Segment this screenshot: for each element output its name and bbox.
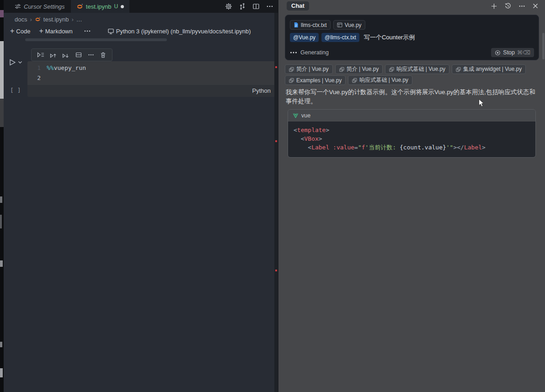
prompt-row: @Vue.py @llms-ctx.txt 写一个Counter示例 <box>290 33 534 42</box>
windows-copy-icon <box>289 78 294 83</box>
execute-cell-and-below-cells-icon[interactable] <box>62 52 69 58</box>
code-token: </ <box>457 144 464 151</box>
code-token: Label <box>464 144 482 151</box>
gear-icon[interactable] <box>225 3 232 10</box>
windows-copy-icon <box>289 67 294 72</box>
code-token: > <box>482 144 486 151</box>
reference-chip[interactable]: Examples | Vue.py <box>285 75 346 85</box>
stop-circle-icon <box>495 50 501 56</box>
tab-cursor-settings[interactable]: Cursor Settings <box>15 0 65 13</box>
unsaved-dot-icon <box>121 5 124 8</box>
notebook-horizontal-scrollbar[interactable] <box>25 38 167 41</box>
background-text-fragment <box>0 368 3 377</box>
reference-chip[interactable]: 响应式基础 | Vue.py <box>385 64 449 74</box>
code-token <box>329 144 333 151</box>
split-editor-icon[interactable] <box>252 3 260 10</box>
chat-scrollbar-thumb[interactable] <box>542 33 545 59</box>
background-text-fragment <box>0 196 2 203</box>
more-actions-icon[interactable] <box>266 3 273 10</box>
code-token: f <box>362 144 365 151</box>
add-markdown-cell-button[interactable]: + Markdown <box>39 27 72 35</box>
prompt-text: 写一个Counter示例 <box>364 33 415 42</box>
compare-changes-icon[interactable] <box>239 3 246 10</box>
more-actions-icon[interactable] <box>518 3 525 10</box>
reference-chip[interactable]: 简介 | Vue.py <box>285 64 333 74</box>
code-token: Label <box>311 144 329 151</box>
cell-hover-toolbar <box>31 48 112 61</box>
reference-chips: 简介 | Vue.py 简介 | Vue.py 响应式基础 | Vue.py <box>285 64 538 85</box>
background-text-fragment <box>0 215 2 228</box>
reference-label: 响应式基础 | Vue.py <box>359 76 408 84</box>
execute-cell-and-below-icon[interactable] <box>37 52 44 58</box>
kernel-picker[interactable]: Python 3 (ipykernel) (nb_llm/pyvue/docs/… <box>107 28 251 35</box>
tab-test-ipynb[interactable]: test.ipynb U <box>71 0 129 13</box>
background-text-fragment <box>0 342 2 347</box>
breadcrumb-folder[interactable]: docs <box>15 16 27 23</box>
new-chat-plus-icon[interactable] <box>491 3 497 10</box>
mention-pill[interactable]: @llms-ctx.txt <box>321 33 359 42</box>
stop-label: Stop <box>503 49 515 56</box>
reference-label: 简介 | Vue.py <box>347 65 379 73</box>
chat-panel-title[interactable]: Chat <box>287 1 309 11</box>
more-actions-icon[interactable] <box>84 27 91 35</box>
split-cell-icon[interactable] <box>75 52 82 58</box>
execute-above-cells-icon[interactable] <box>50 52 57 58</box>
attachment-chips: llms-ctx.txt Vue.py <box>290 20 534 30</box>
code-token: template <box>297 127 326 133</box>
more-actions-icon[interactable] <box>88 52 94 58</box>
code-token: :value <box>333 144 354 151</box>
delete-cell-icon[interactable] <box>100 52 107 58</box>
attachment-label: Vue.py <box>345 22 362 28</box>
chevron-down-icon[interactable] <box>18 61 22 64</box>
windows-copy-icon <box>339 67 344 72</box>
kernel-monitor-icon <box>107 28 114 35</box>
notebook-toolbar: + Code + Markdown Python 3 (ipykernel) (… <box>10 26 251 36</box>
add-code-cell-button[interactable]: + Code <box>10 27 30 35</box>
cell-code-editor[interactable]: 1 %%vuepy_run 2 <box>27 61 277 85</box>
code-token: '当前计数: <box>365 144 400 151</box>
reference-chip[interactable]: 集成 anywidget | Vue.py <box>452 64 526 74</box>
code-token: " <box>358 144 362 151</box>
error-marker <box>275 270 277 271</box>
kernel-label: Python 3 (ipykernel) (nb_llm/pyvue/docs/… <box>116 28 251 35</box>
execution-count: [ ] <box>10 87 21 94</box>
vue-logo-icon <box>293 113 299 118</box>
code-token: '" <box>446 144 454 151</box>
breadcrumb-file[interactable]: test.ipynb <box>43 16 69 23</box>
chevron-right-icon: › <box>71 16 73 23</box>
code-block-header: vue <box>288 110 535 122</box>
history-icon[interactable] <box>504 2 512 10</box>
user-message-card[interactable]: llms-ctx.txt Vue.py @Vue.py @llms-ctx.tx… <box>285 15 539 60</box>
reference-chip[interactable]: 简介 | Vue.py <box>335 64 383 74</box>
jupyter-icon <box>35 16 41 22</box>
code-token: > <box>319 135 322 142</box>
sliders-icon <box>15 3 21 10</box>
overview-ruler[interactable] <box>274 13 278 392</box>
notebook-cell[interactable]: 1 %%vuepy_run 2 Python <box>27 61 277 97</box>
reference-label: 响应式基础 | Vue.py <box>396 65 445 73</box>
reference-chip[interactable]: 响应式基础 | Vue.py <box>348 75 412 85</box>
tab-label: Cursor Settings <box>24 3 65 10</box>
tab-label: test.ipynb <box>86 3 112 10</box>
run-cell-icon[interactable] <box>9 59 16 66</box>
breadcrumb-more[interactable]: … <box>76 16 82 23</box>
cell-language-picker[interactable]: Python <box>252 87 271 94</box>
mouse-cursor <box>478 99 485 107</box>
git-status-badge: U <box>114 3 118 10</box>
windows-copy-icon <box>352 78 357 83</box>
code-block-body[interactable]: <template> <VBox> <Label :value="f'当前计数:… <box>288 122 535 157</box>
editor-actions <box>225 0 273 13</box>
cell-status-bar: Python <box>27 85 277 97</box>
jupyter-icon <box>76 3 83 10</box>
generation-status-row: Generating Stop ⌘⌫ <box>290 48 534 57</box>
mention-pill[interactable]: @Vue.py <box>290 33 319 42</box>
chat-panel-actions <box>491 0 539 12</box>
attachment-chip[interactable]: llms-ctx.txt <box>290 20 331 30</box>
attachment-chip[interactable]: Vue.py <box>333 20 365 30</box>
file-text-icon <box>294 22 299 28</box>
assistant-answer-text: 我来帮你写一个Vue.py的计数器示例。这个示例将展示Vue.py的基本用法,包… <box>286 88 536 106</box>
windows-copy-icon <box>456 67 461 72</box>
stop-button[interactable]: Stop ⌘⌫ <box>491 48 534 57</box>
code-token <box>294 135 301 142</box>
close-icon[interactable] <box>532 3 539 9</box>
